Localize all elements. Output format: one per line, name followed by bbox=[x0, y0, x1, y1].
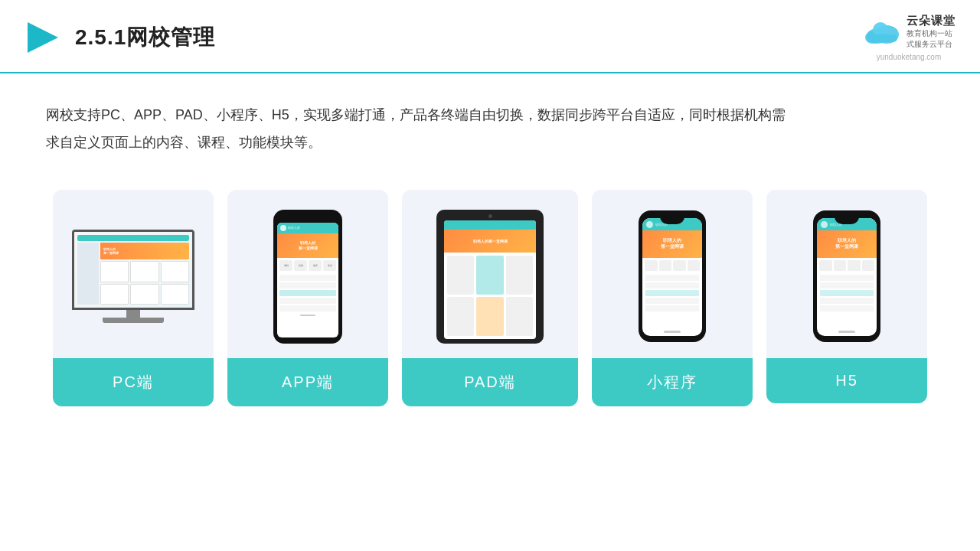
card-h5-image-area: 职培人的 职培人的第一堂网课 bbox=[766, 190, 927, 358]
card-miniprogram-label: 小程序 bbox=[592, 358, 753, 406]
pc-card-5 bbox=[130, 284, 158, 305]
pc-base bbox=[103, 318, 164, 323]
platform-cards: 职培人的第一堂网课 bbox=[0, 171, 980, 406]
card-pad-label: PAD端 bbox=[402, 358, 578, 406]
card-pc-image-area: 职培人的第一堂网课 bbox=[53, 190, 214, 358]
pad-camera bbox=[488, 214, 492, 218]
phone-title-text: 职培人的 bbox=[288, 226, 300, 230]
pad-top-bar bbox=[444, 220, 536, 230]
pc-card-1 bbox=[100, 261, 129, 282]
app-phone-mockup: 职培人的 职培人的第一堂网课 课程 直播 题库 更多 bbox=[273, 210, 342, 344]
description-content: 网校支持PC、APP、PAD、小程序、H5，实现多端打通，产品各终端自由切换，数… bbox=[46, 107, 786, 150]
phone-top-bar: 职培人的 bbox=[277, 223, 338, 233]
mini-rows-2 bbox=[817, 273, 877, 313]
pc-card-4 bbox=[100, 284, 129, 305]
pc-mockup: 职培人的第一堂网课 bbox=[72, 230, 194, 323]
logo-cloud: 云朵课堂 教育机构一站 式服务云平台 bbox=[862, 14, 956, 50]
mini-avatar-icon-2 bbox=[821, 221, 828, 228]
h5-row-c bbox=[820, 290, 874, 296]
mini-phone-screen-2: 职培人的 职培人的第一堂网课 bbox=[817, 218, 877, 336]
phone-row-4 bbox=[279, 298, 336, 304]
mini-row-1a bbox=[645, 275, 699, 281]
mini-bottom-1 bbox=[642, 313, 702, 336]
logo-slogan: 教育机构一站 式服务云平台 bbox=[906, 28, 956, 50]
mini-phone-mockup-2: 职培人的 职培人的第一堂网课 bbox=[813, 210, 880, 342]
pad-grid bbox=[444, 253, 536, 339]
phone-row-1 bbox=[279, 275, 336, 281]
card-app: 职培人的 职培人的第一堂网课 课程 直播 题库 更多 bbox=[227, 190, 388, 406]
pad-mockup: 职培人的第一堂网课 bbox=[436, 210, 544, 344]
header-left: 2.5.1网校管理 bbox=[24, 19, 215, 56]
mini-phone-notch-1 bbox=[660, 210, 684, 224]
pad-banner-text: 职培人的第一堂网课 bbox=[473, 239, 508, 243]
mini-banner-1: 职培人的第一堂网课 bbox=[642, 230, 702, 258]
phone-grid-item-1: 课程 bbox=[279, 260, 292, 271]
svg-rect-5 bbox=[867, 34, 897, 42]
mini-g3 bbox=[673, 260, 686, 271]
play-icon bbox=[24, 19, 61, 56]
logo-text-group: 云朵课堂 教育机构一站 式服务云平台 bbox=[906, 14, 956, 50]
page-title: 2.5.1网校管理 bbox=[75, 23, 215, 52]
card-app-label: APP端 bbox=[227, 358, 388, 406]
h5-row-d bbox=[820, 298, 874, 304]
pc-cards-2 bbox=[100, 284, 189, 305]
pad-item-4 bbox=[447, 297, 474, 336]
mini-home-bar-2 bbox=[838, 331, 855, 333]
logo-name: 云朵课堂 bbox=[906, 14, 956, 28]
pad-item-3 bbox=[506, 256, 533, 295]
phone-grid: 课程 直播 题库 更多 bbox=[277, 258, 338, 273]
phone-row-2 bbox=[279, 282, 336, 289]
h5-row-e bbox=[820, 305, 874, 311]
phone-banner-text: 职培人的第一堂网课 bbox=[299, 240, 318, 250]
mini-g4 bbox=[688, 260, 701, 271]
mini-phone-screen-1: 职培人的 职培人的第一堂网课 bbox=[642, 218, 702, 336]
pc-banner: 职培人的第一堂网课 bbox=[100, 243, 189, 259]
card-pc: 职培人的第一堂网课 bbox=[53, 190, 214, 406]
mini-row-1e bbox=[645, 305, 699, 311]
pc-card-3 bbox=[161, 261, 189, 282]
mini-grid-1 bbox=[642, 258, 702, 273]
mini-phone-notch-2 bbox=[835, 210, 859, 224]
phone-screen: 职培人的 职培人的第一堂网课 课程 直播 题库 更多 bbox=[277, 223, 338, 337]
card-h5-label: H5 bbox=[766, 358, 927, 403]
mini-grid-2 bbox=[817, 258, 877, 273]
phone-notch bbox=[297, 216, 318, 220]
pc-sidebar bbox=[77, 243, 99, 305]
phone-banner: 职培人的第一堂网课 bbox=[277, 233, 338, 258]
h5-g4 bbox=[862, 260, 875, 271]
card-pad-image-area: 职培人的第一堂网课 bbox=[402, 190, 578, 358]
phone-row-5 bbox=[279, 305, 336, 311]
mini-row-1c bbox=[645, 290, 699, 296]
svg-marker-0 bbox=[28, 22, 58, 53]
pc-main: 职培人的第一堂网课 bbox=[100, 243, 189, 305]
phone-row-3 bbox=[279, 290, 336, 296]
h5-row-a bbox=[820, 275, 874, 281]
mini-banner-2: 职培人的第一堂网课 bbox=[817, 230, 877, 258]
logo-area: 云朵课堂 教育机构一站 式服务云平台 yunduoketang.com bbox=[862, 14, 956, 61]
phone-grid-item-4: 更多 bbox=[323, 260, 336, 271]
pc-content-row: 职培人的第一堂网课 bbox=[77, 243, 189, 305]
mini-row-1b bbox=[645, 282, 699, 289]
pc-screen: 职培人的第一堂网课 bbox=[72, 230, 194, 310]
h5-g2 bbox=[834, 260, 847, 271]
pc-screen-content: 职培人的第一堂网课 bbox=[74, 232, 192, 308]
pc-card-2 bbox=[130, 261, 158, 282]
pad-item-1 bbox=[447, 256, 474, 295]
card-pad: 职培人的第一堂网课 PAD端 bbox=[402, 190, 578, 406]
phone-grid-item-2: 直播 bbox=[294, 260, 307, 271]
pc-cards bbox=[100, 261, 189, 282]
cloud-logo-icon bbox=[862, 19, 902, 45]
phone-home-bar bbox=[300, 315, 315, 316]
card-h5: 职培人的 职培人的第一堂网课 bbox=[766, 190, 927, 403]
h5-row-b bbox=[820, 282, 874, 289]
mini-phone-mockup-1: 职培人的 职培人的第一堂网课 bbox=[639, 210, 706, 342]
mini-home-bar-1 bbox=[664, 331, 681, 333]
mini-rows-1 bbox=[642, 273, 702, 313]
pad-screen: 职培人的第一堂网课 bbox=[444, 220, 536, 339]
pc-card-6 bbox=[161, 284, 189, 305]
card-miniprogram-image-area: 职培人的 职培人的第一堂网课 bbox=[592, 190, 753, 358]
description-text: 网校支持PC、APP、PAD、小程序、H5，实现多端打通，产品各终端自由切换，数… bbox=[0, 73, 842, 171]
h5-g1 bbox=[819, 260, 832, 271]
logo-url: yunduoketang.com bbox=[877, 53, 942, 61]
phone-avatar-icon bbox=[280, 225, 286, 231]
